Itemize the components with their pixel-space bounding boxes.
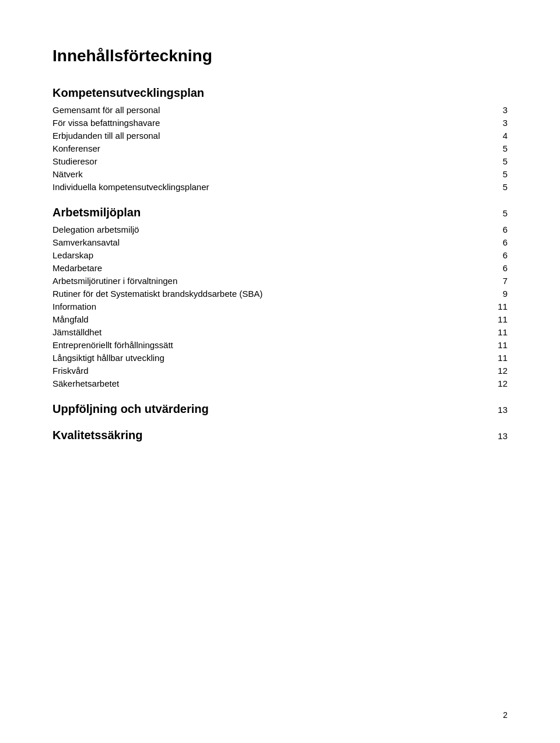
toc-row-label: För vissa befattningshavare xyxy=(52,118,473,128)
section-heading-label: Kompetensutvecklingsplan xyxy=(52,86,204,100)
toc-row-label: Mångfald xyxy=(52,314,473,324)
toc-row-page: 11 xyxy=(473,327,508,337)
toc-row-label: Långsiktigt hållbar utveckling xyxy=(52,353,473,363)
toc-row-label: Information xyxy=(52,302,473,311)
section-heading-label: Uppföljning och utvärdering xyxy=(52,402,209,416)
page-container: Innehållsförteckning Kompetensutveckling… xyxy=(0,0,560,743)
toc-row-label: Säkerhetsarbetet xyxy=(52,378,473,388)
toc-row-page: 5 xyxy=(473,143,508,153)
toc-row-page: 6 xyxy=(473,263,508,273)
toc-row: Erbjudanden till all personal4 xyxy=(52,129,508,142)
toc-row-label: Samverkansavtal xyxy=(52,237,473,247)
section-heading-page: 13 xyxy=(473,431,508,441)
toc-row-label: Individuella kompetensutvecklingsplaner xyxy=(52,182,473,192)
toc-row-page: 6 xyxy=(473,237,508,247)
toc-row: Konferenser5 xyxy=(52,142,508,155)
toc-row-label: Arbetsmiljörutiner i förvaltningen xyxy=(52,276,473,286)
section-heading-page: 5 xyxy=(473,208,508,218)
toc-row-page: 6 xyxy=(473,225,508,234)
toc-section-heading: Kvalitetssäkring13 xyxy=(52,429,508,442)
main-title: Innehållsförteckning xyxy=(52,47,508,65)
toc-row-label: Ledarskap xyxy=(52,250,473,260)
toc-row: Information11 xyxy=(52,300,508,313)
toc-row: Säkerhetsarbetet12 xyxy=(52,377,508,390)
toc-row: Långsiktigt hållbar utveckling11 xyxy=(52,351,508,364)
toc-row-page: 5 xyxy=(473,156,508,166)
toc-row-page: 5 xyxy=(473,182,508,192)
section-heading-page: 13 xyxy=(473,405,508,415)
toc-row: Delegation arbetsmiljö6 xyxy=(52,223,508,236)
toc-row: Rutiner för det Systematiskt brandskydds… xyxy=(52,287,508,300)
toc-section-heading: Uppföljning och utvärdering13 xyxy=(52,402,508,416)
toc-row-label: Erbjudanden till all personal xyxy=(52,131,473,141)
toc-row: Individuella kompetensutvecklingsplaner5 xyxy=(52,180,508,193)
toc-content: KompetensutvecklingsplanGemensamt för al… xyxy=(52,86,508,442)
toc-row-label: Konferenser xyxy=(52,143,473,153)
toc-row-page: 11 xyxy=(473,353,508,363)
toc-row-label: Gemensamt för all personal xyxy=(52,105,473,115)
toc-row: Arbetsmiljörutiner i förvaltningen7 xyxy=(52,274,508,287)
toc-row: Mångfald11 xyxy=(52,313,508,325)
toc-row-label: Jämställdhet xyxy=(52,327,473,337)
toc-row-page: 12 xyxy=(473,366,508,376)
toc-row-label: Medarbetare xyxy=(52,263,473,273)
toc-row: Friskvård12 xyxy=(52,364,508,377)
toc-row-page: 7 xyxy=(473,276,508,286)
toc-row-page: 6 xyxy=(473,250,508,260)
toc-row-page: 3 xyxy=(473,118,508,128)
section-heading-label: Kvalitetssäkring xyxy=(52,429,143,442)
toc-row-page: 3 xyxy=(473,105,508,115)
toc-row: Entreprenöriellt förhållningssätt11 xyxy=(52,338,508,351)
toc-row-page: 9 xyxy=(473,289,508,299)
toc-section-heading: Kompetensutvecklingsplan xyxy=(52,86,508,100)
toc-row: Jämställdhet11 xyxy=(52,325,508,338)
toc-row-page: 5 xyxy=(473,169,508,179)
section-heading-label: Arbetsmiljöplan xyxy=(52,206,141,219)
toc-row-page: 11 xyxy=(473,314,508,324)
page-number: 2 xyxy=(503,710,508,720)
toc-section-heading: Arbetsmiljöplan5 xyxy=(52,206,508,219)
toc-row: Studieresor5 xyxy=(52,155,508,167)
toc-row-page: 12 xyxy=(473,378,508,388)
toc-row-label: Studieresor xyxy=(52,156,473,166)
toc-row-label: Delegation arbetsmiljö xyxy=(52,225,473,234)
toc-row: Gemensamt för all personal3 xyxy=(52,103,508,116)
toc-row-label: Rutiner för det Systematiskt brandskydds… xyxy=(52,289,473,299)
toc-row: Medarbetare6 xyxy=(52,261,508,274)
toc-row: Nätverk5 xyxy=(52,167,508,180)
toc-row-page: 11 xyxy=(473,340,508,350)
toc-row-label: Nätverk xyxy=(52,169,473,179)
toc-row-label: Entreprenöriellt förhållningssätt xyxy=(52,340,473,350)
toc-row-page: 11 xyxy=(473,302,508,311)
toc-row: Ledarskap6 xyxy=(52,248,508,261)
toc-row: Samverkansavtal6 xyxy=(52,236,508,248)
toc-row-label: Friskvård xyxy=(52,366,473,376)
toc-row-page: 4 xyxy=(473,131,508,141)
toc-row: För vissa befattningshavare3 xyxy=(52,116,508,129)
